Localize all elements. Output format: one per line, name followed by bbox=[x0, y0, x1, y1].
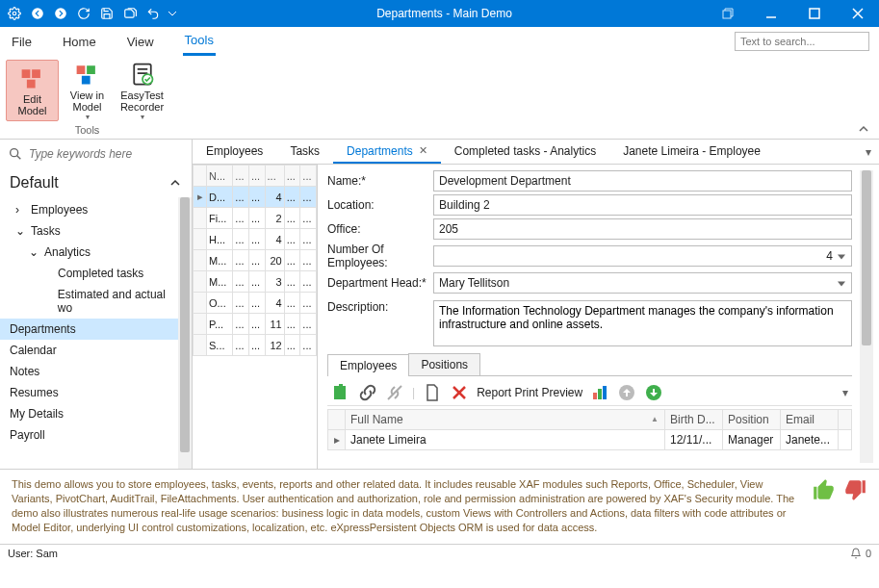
nav-item-completed-tasks[interactable]: Completed tasks bbox=[27, 263, 192, 284]
link-icon[interactable] bbox=[358, 383, 377, 402]
doc-tab-overflow[interactable]: ▾ bbox=[858, 140, 879, 164]
toolbar-overflow[interactable]: ▾ bbox=[842, 386, 848, 399]
down-icon[interactable] bbox=[644, 383, 663, 402]
ribbon-tab-view[interactable]: View bbox=[125, 27, 156, 56]
nav-item-mydetails[interactable]: My Details bbox=[0, 403, 192, 424]
document-icon[interactable] bbox=[423, 383, 442, 402]
sub-tab-positions[interactable]: Positions bbox=[408, 353, 480, 375]
cell: 2 bbox=[265, 208, 284, 229]
cell: H... bbox=[207, 229, 233, 250]
nav-item-resumes[interactable]: Resumes bbox=[0, 382, 192, 403]
sidebar-search-input[interactable] bbox=[29, 147, 184, 161]
nav-item-tasks[interactable]: ⌄Tasks bbox=[0, 220, 192, 242]
svg-rect-9 bbox=[32, 69, 40, 78]
ribbon-group-tools: Edit Model View in Model ▾ EasyTest Reco… bbox=[6, 60, 168, 139]
grid-col[interactable]: ... bbox=[265, 166, 284, 187]
previous-icon[interactable] bbox=[29, 5, 46, 22]
col-position[interactable]: Position bbox=[723, 410, 781, 430]
grid-row[interactable]: O.........4...... bbox=[194, 293, 317, 314]
grid-col[interactable]: ... bbox=[300, 166, 317, 187]
nav-item-employees[interactable]: ›Employees bbox=[0, 199, 192, 220]
svg-line-17 bbox=[17, 156, 21, 160]
nav-label: Completed tasks bbox=[58, 267, 143, 280]
edit-model-button[interactable]: Edit Model bbox=[6, 60, 59, 121]
save-all-icon[interactable] bbox=[121, 5, 139, 22]
thumbs-down-icon[interactable] bbox=[842, 477, 867, 502]
nav-item-notes[interactable]: Notes bbox=[0, 361, 192, 382]
cell: ... bbox=[284, 271, 300, 293]
grid-row[interactable]: Fi.........2...... bbox=[194, 208, 317, 229]
minimize-button[interactable] bbox=[749, 0, 792, 27]
grid-row[interactable]: H.........4...... bbox=[194, 229, 317, 250]
nav-label: Departments bbox=[10, 322, 76, 336]
grid-col-name[interactable]: N... bbox=[207, 166, 233, 187]
grid-row[interactable]: ▸D.........4...... bbox=[194, 187, 317, 208]
thumbs-up-icon[interactable] bbox=[812, 477, 837, 502]
name-field[interactable]: Development Department bbox=[433, 170, 852, 192]
col-email[interactable]: Email bbox=[781, 410, 839, 430]
grid-row[interactable]: P.........11...... bbox=[194, 314, 317, 335]
doc-tab-tasks[interactable]: Tasks bbox=[276, 140, 333, 164]
detail-scrollbar[interactable] bbox=[860, 170, 873, 463]
nav-header[interactable]: Default bbox=[0, 168, 192, 197]
undo-icon[interactable] bbox=[144, 5, 162, 22]
doc-tab-employees[interactable]: Employees bbox=[193, 140, 276, 164]
col-fullname[interactable]: Full Name bbox=[346, 410, 665, 430]
easytest-recorder-button[interactable]: EasyTest Recorder ▾ bbox=[116, 60, 168, 121]
chart-icon[interactable] bbox=[590, 383, 609, 402]
ribbon-tab-file[interactable]: File bbox=[10, 27, 34, 56]
titlebar: Departments - Main Demo bbox=[0, 0, 879, 27]
num-employees-field[interactable]: 4 bbox=[433, 245, 852, 267]
chevron-right-icon: › bbox=[15, 203, 27, 217]
close-icon[interactable]: ✕ bbox=[419, 144, 427, 157]
grid-row[interactable]: M.........20...... bbox=[194, 250, 317, 271]
field-value: Mary Tellitson bbox=[439, 276, 509, 290]
cell: ... bbox=[300, 271, 317, 293]
doc-tab-janete-employee[interactable]: Janete Limeira - Employee bbox=[609, 140, 774, 164]
next-icon[interactable] bbox=[52, 5, 69, 22]
view-in-model-button[interactable]: View in Model ▾ bbox=[61, 60, 114, 121]
status-notifications[interactable]: 0 bbox=[850, 548, 871, 559]
ribbon-collapse-button[interactable] bbox=[854, 119, 873, 139]
sidebar-scrollbar[interactable] bbox=[178, 197, 192, 469]
dropdown-icon[interactable] bbox=[168, 5, 177, 22]
close-button[interactable] bbox=[836, 0, 879, 27]
location-field[interactable]: Building 2 bbox=[433, 194, 852, 216]
svg-rect-13 bbox=[81, 75, 90, 84]
grid-col[interactable]: ... bbox=[233, 166, 249, 187]
ribbon-tab-tools[interactable]: Tools bbox=[183, 27, 216, 56]
up-icon[interactable] bbox=[617, 383, 636, 402]
save-icon[interactable] bbox=[98, 5, 116, 22]
doc-tab-completed-analytics[interactable]: Completed tasks - Analytics bbox=[441, 140, 609, 164]
cell: ... bbox=[248, 187, 265, 208]
delete-icon[interactable] bbox=[450, 383, 469, 402]
restore-icon[interactable] bbox=[706, 0, 749, 27]
doc-tab-departments[interactable]: Departments✕ bbox=[333, 140, 441, 164]
office-field[interactable]: 205 bbox=[433, 218, 852, 240]
col-birth[interactable]: Birth D... bbox=[665, 410, 723, 430]
nav-item-payroll[interactable]: Payroll bbox=[0, 424, 192, 446]
field-value: 205 bbox=[439, 222, 458, 236]
sub-toolbar: | Report Print Preview ▾ bbox=[327, 379, 852, 406]
cell: D... bbox=[207, 187, 233, 208]
nav-item-estimated[interactable]: Estimated and actual wo bbox=[27, 284, 192, 319]
maximize-button[interactable] bbox=[792, 0, 836, 27]
grid-row[interactable]: M.........3...... bbox=[194, 271, 317, 293]
report-preview-button[interactable]: Report Print Preview bbox=[477, 386, 582, 399]
grid-col[interactable]: ... bbox=[248, 166, 265, 187]
refresh-icon[interactable] bbox=[75, 5, 92, 22]
nav-item-analytics[interactable]: ⌄Analytics bbox=[13, 242, 192, 263]
description-field[interactable] bbox=[433, 300, 852, 346]
nav-item-calendar[interactable]: Calendar bbox=[0, 340, 192, 361]
subgrid-row[interactable]: ▸ Janete Limeira 12/11/... Manager Janet… bbox=[328, 430, 852, 450]
ribbon-search-input[interactable] bbox=[735, 32, 869, 51]
ribbon-tab-home[interactable]: Home bbox=[61, 27, 98, 56]
unlink-icon[interactable] bbox=[385, 383, 404, 402]
department-head-dropdown[interactable]: Mary Tellitson bbox=[433, 272, 852, 294]
new-icon[interactable] bbox=[331, 383, 350, 402]
grid-col[interactable]: ... bbox=[284, 166, 300, 187]
grid-row[interactable]: S.........12...... bbox=[194, 335, 317, 356]
nav-item-departments[interactable]: Departments bbox=[0, 319, 192, 340]
sub-tab-employees[interactable]: Employees bbox=[327, 354, 409, 376]
gear-icon[interactable] bbox=[6, 5, 23, 22]
